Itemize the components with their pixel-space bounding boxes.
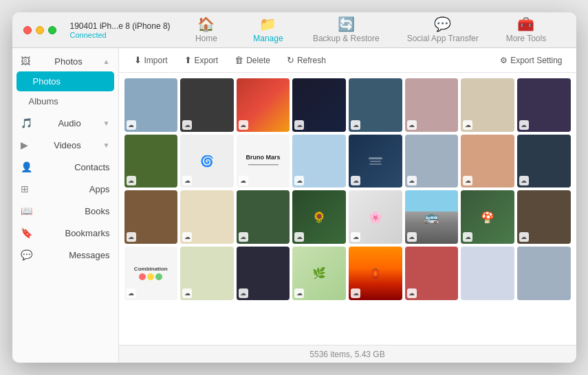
tab-social[interactable]: 💬 Social App Transfer (393, 12, 492, 50)
cloud-icon: ☁ (351, 288, 360, 298)
photo-cell[interactable]: ☁ (237, 78, 290, 132)
photo-cell[interactable]: 🌿☁ (292, 247, 346, 300)
tab-tools[interactable]: 🧰 More Tools (492, 12, 560, 50)
import-button[interactable]: ⬇ Import (127, 52, 175, 68)
cloud-icon: ☁ (407, 176, 417, 185)
photo-cell[interactable]: ☁ (517, 135, 571, 188)
sidebar-photos-label: Photos (54, 56, 82, 67)
cloud-icon: ☁ (463, 120, 472, 130)
photo-cell[interactable]: ☁ (405, 135, 459, 188)
photo-cell[interactable]: ☁ (180, 247, 234, 300)
sidebar-item-photos[interactable]: Photos (17, 71, 114, 91)
photo-cell[interactable]: ☁ (124, 135, 178, 188)
bookmarks-section-icon: 🔖 (21, 227, 32, 238)
close-button[interactable] (23, 26, 32, 34)
sidebar-header-contacts[interactable]: 👤 Contacts (12, 157, 118, 177)
sidebar-section-messages: 💬 Messages (12, 245, 118, 265)
sidebar-section-apps: ⊞ Apps (12, 179, 118, 199)
tools-icon: 🧰 (517, 16, 534, 32)
sidebar-header-photos[interactable]: 🖼 Photos ▲ (12, 51, 118, 71)
sidebar-item-albums[interactable]: Albums (12, 91, 118, 111)
photo-cell[interactable]: ☁ (124, 78, 178, 132)
sidebar-section-videos: ▶ Videos ▼ (12, 135, 118, 155)
sidebar-header-videos[interactable]: ▶ Videos ▼ (12, 135, 118, 155)
sidebar-messages-label: Messages (69, 250, 109, 260)
photo-cell[interactable]: ☁ (461, 78, 514, 132)
photo-cell[interactable]: 🍄☁ (461, 190, 514, 244)
photo-cell[interactable]: ☁ (517, 190, 571, 244)
audio-chevron-icon: ▼ (103, 120, 110, 127)
photo-cell[interactable]: 🌸☁ (349, 190, 402, 244)
sidebar-header-bookmarks[interactable]: 🔖 Bookmarks (12, 223, 118, 243)
photo-cell[interactable] (517, 247, 571, 300)
sidebar-section-photos: 🖼 Photos ▲ Photos Albums (12, 51, 118, 111)
import-icon: ⬇ (134, 55, 142, 65)
photo-cell[interactable]: ☁ (405, 247, 459, 300)
delete-label: Delete (246, 56, 270, 65)
gear-icon: ⚙ (500, 56, 508, 65)
photo-cell[interactable]: 🏮☁ (349, 247, 402, 300)
cloud-icon: ☁ (351, 120, 360, 130)
tab-home-label: Home (195, 34, 217, 43)
delete-icon: 🗑 (235, 55, 243, 65)
photo-cell[interactable]: ☁ (349, 135, 402, 188)
export-setting-button[interactable]: ⚙ Export Setting (494, 53, 567, 68)
export-button[interactable]: ⬆ Export (177, 52, 226, 68)
cloud-icon: ☁ (294, 232, 304, 242)
social-icon: 💬 (434, 16, 451, 32)
photo-cell[interactable]: ☁ (237, 247, 290, 300)
refresh-button[interactable]: ↻ Refresh (280, 52, 333, 68)
photo-cell[interactable]: 🚌☁ (405, 190, 459, 244)
cloud-icon: ☁ (407, 232, 417, 242)
cloud-icon: ☁ (182, 232, 192, 242)
photo-cell[interactable]: ☁ (237, 190, 290, 244)
export-icon: ⬆ (184, 55, 192, 65)
photo-cell[interactable]: ☁ (292, 135, 346, 188)
sidebar-header-messages[interactable]: 💬 Messages (12, 245, 118, 265)
cloud-icon: ☁ (182, 176, 192, 185)
videos-section-icon: ▶ (21, 139, 28, 150)
cloud-icon: ☁ (351, 176, 360, 185)
cloud-icon: ☁ (519, 120, 529, 130)
tab-manage[interactable]: 📁 Manage (237, 12, 299, 50)
delete-button[interactable]: 🗑 Delete (228, 52, 277, 68)
photo-cell[interactable]: Bruno Mars━━━━━━━━━━━☁ (237, 135, 290, 188)
photo-cell[interactable]: ☁ (180, 78, 234, 132)
sidebar-header-apps[interactable]: ⊞ Apps (12, 179, 118, 199)
photo-cell[interactable]: ☁ (405, 78, 459, 132)
status-text: 5536 items, 5.43 GB (309, 350, 384, 359)
tab-backup[interactable]: 🔄 Backup & Restore (299, 12, 393, 50)
tab-tools-label: More Tools (506, 34, 546, 43)
photo-cell[interactable]: ☁ (517, 78, 571, 132)
photo-cell[interactable]: ☁ (124, 190, 178, 244)
cloud-icon: ☁ (294, 120, 304, 130)
export-setting-label: Export Setting (510, 56, 562, 65)
photo-cell[interactable]: Combination☁ (124, 247, 178, 300)
main-window: 190401 iPh...e 8 (iPhone 8) Connected 🏠 … (12, 12, 576, 363)
photo-cell[interactable]: ☁ (180, 190, 234, 244)
photo-cell[interactable]: ☁ (461, 135, 514, 188)
photo-cell[interactable]: ☁ (349, 78, 402, 132)
main-content: 🖼 Photos ▲ Photos Albums 🎵 Audio ▼ (12, 48, 576, 363)
cloud-icon: ☁ (127, 176, 136, 185)
cloud-icon: ☁ (239, 288, 248, 298)
sidebar-apps-label: Apps (89, 184, 110, 194)
photo-cell[interactable]: 🌀☁ (180, 135, 234, 188)
maximize-button[interactable] (48, 26, 56, 34)
cloud-icon: ☁ (182, 120, 192, 130)
photo-cell[interactable]: 🌻☁ (292, 190, 346, 244)
sidebar-header-audio[interactable]: 🎵 Audio ▼ (12, 113, 118, 133)
photo-grid: ☁☁☁☁☁☁☁☁☁🌀☁Bruno Mars━━━━━━━━━━━☁☁☁☁☁☁☁☁… (124, 78, 571, 300)
photo-cell[interactable] (461, 247, 514, 300)
cloud-icon: ☁ (519, 176, 529, 185)
device-info: 190401 iPh...e 8 (iPhone 8) Connected (70, 21, 171, 39)
sidebar-header-books[interactable]: 📖 Books (12, 201, 118, 221)
minimize-button[interactable] (36, 26, 44, 34)
tab-home[interactable]: 🏠 Home (175, 12, 237, 50)
sidebar-videos-label: Videos (54, 140, 81, 150)
device-status: Connected (70, 31, 171, 39)
toolbar: ⬇ Import ⬆ Export 🗑 Delete ↻ Refresh ⚙ (119, 48, 576, 73)
sidebar-books-label: Books (85, 206, 109, 216)
photo-cell[interactable]: ☁ (292, 78, 346, 132)
cloud-icon: ☁ (239, 176, 248, 185)
